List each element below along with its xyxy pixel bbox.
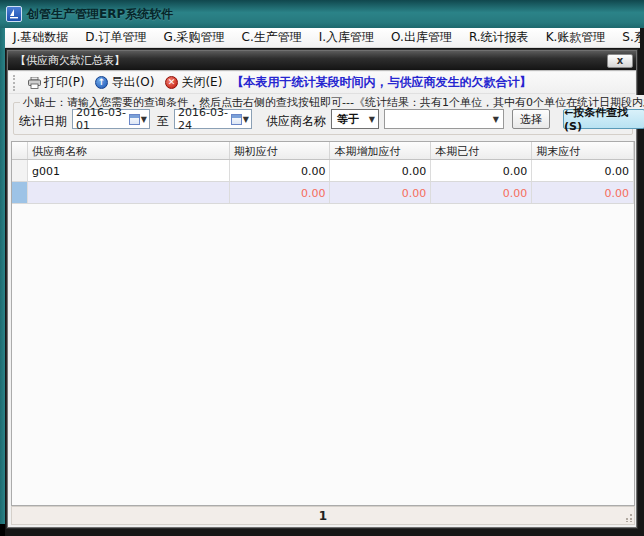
print-label: 打印(P)	[44, 74, 85, 91]
cell-supplier-name[interactable]	[28, 182, 230, 203]
summary-row[interactable]: 0.000.000.000.00	[12, 182, 634, 204]
search-button[interactable]: ←按条件查找(S)	[563, 109, 644, 129]
export-icon: ↑	[95, 76, 109, 90]
chevron-down-icon: ▼	[369, 115, 375, 124]
printer-icon	[27, 76, 41, 90]
report-body: 打印(P) ↑ 导出(O) ✕ 关闭(E) 【本表用于统计某段时间内，与供应商发…	[8, 70, 636, 527]
menu-item-0[interactable]: J.基础数据	[13, 29, 68, 46]
app-icon	[6, 6, 22, 22]
menu-item-2[interactable]: G.采购管理	[163, 29, 224, 46]
cell-value[interactable]: 0.00	[230, 182, 331, 203]
column-header-3[interactable]: 本期已付	[431, 142, 532, 159]
date-to-label: 至	[157, 113, 169, 130]
chevron-down-icon[interactable]: ▼	[141, 115, 147, 124]
cell-value[interactable]: 0.00	[230, 160, 331, 181]
report-window: 【供应商欠款汇总表】 x 打印(P) ↑ 导出(O)	[7, 50, 637, 528]
close-label: 关闭(E)	[181, 74, 222, 91]
supplier-combo[interactable]: ▼	[384, 109, 504, 129]
date-from-input[interactable]: 2016-03-01 ▼	[72, 109, 150, 129]
cell-value[interactable]: 0.00	[330, 182, 431, 203]
row-selector[interactable]	[12, 182, 28, 203]
report-titlebar: 【供应商欠款汇总表】 x	[8, 51, 636, 70]
menu-item-3[interactable]: C.生产管理	[242, 29, 302, 46]
toolbar-grip-icon	[13, 75, 16, 91]
close-icon[interactable]: x	[607, 54, 633, 68]
cell-value[interactable]: 0.00	[330, 160, 431, 181]
date-to-input[interactable]: 2016-03-24 ▼	[174, 109, 252, 129]
calendar-icon	[129, 114, 140, 125]
cell-value[interactable]: 0.00	[532, 160, 634, 181]
window-title: 创管生产管理ERP系统软件	[27, 6, 173, 23]
menu-item-1[interactable]: D.订单管理	[85, 29, 146, 46]
column-header-1[interactable]: 期初应付	[230, 142, 331, 159]
report-title: 【供应商欠款汇总表】	[15, 53, 607, 68]
date-to-value: 2016-03-24	[178, 106, 231, 132]
supplier-label: 供应商名称	[266, 113, 326, 130]
page-number: 1	[319, 509, 327, 523]
column-header-4[interactable]: 期末应付	[532, 142, 634, 159]
row-selector-header	[12, 142, 28, 159]
status-bar: 1	[11, 506, 635, 525]
column-header-0[interactable]: 供应商名称	[28, 142, 230, 159]
main-titlebar: 创管生产管理ERP系统软件	[0, 0, 644, 28]
export-button[interactable]: ↑ 导出(O)	[90, 72, 160, 93]
table-header: 供应商名称期初应付本期增加应付本期已付期末应付	[12, 142, 634, 160]
resize-grip-icon[interactable]	[624, 514, 632, 522]
chevron-down-icon: ▼	[493, 115, 499, 124]
calendar-icon	[231, 114, 242, 125]
cell-value[interactable]: 0.00	[431, 160, 532, 181]
export-label: 导出(O)	[112, 74, 155, 91]
filter-groupbox: 小贴士：请输入您需要的查询条件，然后点击右侧的查找按钮即可---《统计结果：共有…	[13, 102, 633, 135]
date-label: 统计日期	[19, 113, 67, 130]
menu-bar: J.基础数据D.订单管理G.采购管理C.生产管理I.入库管理O.出库管理R.统计…	[5, 28, 640, 48]
cell-value[interactable]: 0.00	[532, 182, 634, 203]
row-selector[interactable]	[12, 160, 28, 181]
menu-item-5[interactable]: O.出库管理	[391, 29, 452, 46]
summary-table: 供应商名称期初应付本期增加应付本期已付期末应付 g0010.000.000.00…	[11, 141, 635, 506]
select-supplier-button[interactable]: 选择	[512, 109, 550, 129]
report-description: 【本表用于统计某段时间内，与供应商发生的欠款合计】	[231, 74, 531, 91]
filter-row: 统计日期 2016-03-01 ▼ 至 2016-03-24 ▼ 供	[14, 109, 632, 131]
close-circle-icon: ✕	[164, 76, 178, 90]
menu-item-7[interactable]: K.账款管理	[546, 29, 606, 46]
operator-value: 等于	[337, 112, 359, 127]
cell-value[interactable]: 0.00	[431, 182, 532, 203]
chevron-down-icon[interactable]: ▼	[243, 115, 249, 124]
column-header-2[interactable]: 本期增加应付	[330, 142, 431, 159]
report-toolbar: 打印(P) ↑ 导出(O) ✕ 关闭(E) 【本表用于统计某段时间内，与供应商发…	[9, 72, 635, 94]
menu-items: J.基础数据D.订单管理G.采购管理C.生产管理I.入库管理O.出库管理R.统计…	[13, 29, 640, 46]
menu-item-8[interactable]: S.系统管理	[622, 29, 640, 46]
menu-item-4[interactable]: I.入库管理	[319, 29, 374, 46]
close-report-button[interactable]: ✕ 关闭(E)	[159, 72, 227, 93]
cell-supplier-name[interactable]: g001	[28, 160, 230, 181]
operator-select[interactable]: 等于 ▼	[331, 109, 379, 129]
menu-item-6[interactable]: R.统计报表	[469, 29, 529, 46]
date-from-value: 2016-03-01	[76, 106, 129, 132]
table-row[interactable]: g0010.000.000.000.00	[12, 160, 634, 182]
print-button[interactable]: 打印(P)	[22, 72, 90, 93]
table-rows: g0010.000.000.000.000.000.000.000.00	[12, 160, 634, 204]
